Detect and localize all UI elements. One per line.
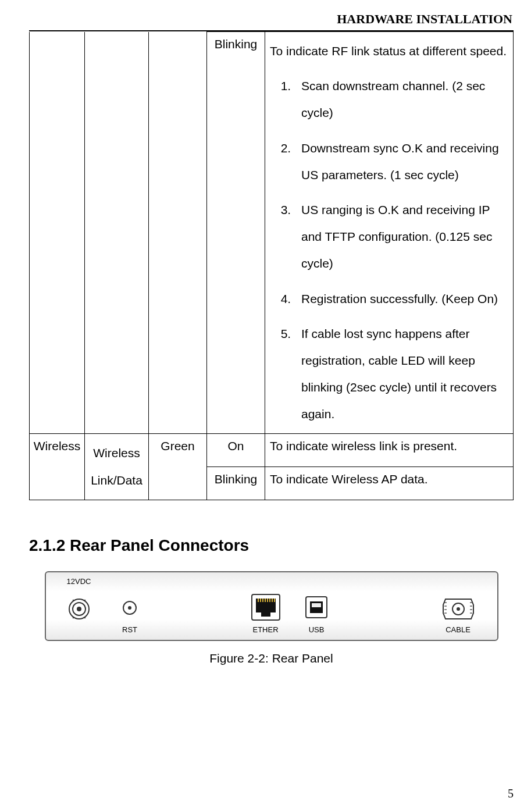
svg-rect-14 (262, 599, 263, 602)
svg-rect-18 (272, 599, 273, 602)
svg-rect-19 (274, 599, 275, 602)
cell-description-on: To indicate wireless link is present. (265, 434, 514, 467)
svg-rect-17 (269, 599, 270, 602)
cell-function-wireless: Wireless Link/Data (85, 434, 149, 500)
cable-port-label: CABLE (446, 625, 471, 634)
cell-description-blinking: To indicate RF link status at different … (265, 32, 514, 434)
svg-point-6 (84, 617, 85, 619)
cell-description-wblinking: To indicate Wireless AP data. (265, 467, 514, 500)
usb-port-icon (303, 593, 330, 622)
cell-function-empty (85, 32, 149, 434)
power-port-label: 12VDC (67, 577, 91, 586)
svg-point-5 (72, 617, 74, 619)
page-header-title: HARDWARE INSTALLATION (29, 12, 514, 27)
blinking-steps-list: Scan downstream channel. (2 sec cycle) D… (270, 73, 509, 428)
led-status-table: Blinking To indicate RF link status at d… (29, 31, 514, 500)
list-item: Scan downstream channel. (2 sec cycle) (294, 73, 509, 126)
cell-color-green: Green (149, 434, 207, 500)
list-item: Downstream sync O.K and receiving US par… (294, 135, 509, 188)
list-item: If cable lost sync happens after registr… (294, 320, 509, 428)
ethernet-port-label: ETHER (252, 625, 278, 634)
page-number: 5 (508, 787, 514, 800)
list-item: Registration successfully. (Keep On) (294, 286, 509, 312)
rear-panel-figure: 12VDC RST (45, 571, 498, 665)
svg-point-4 (84, 600, 85, 601)
svg-rect-13 (260, 599, 261, 602)
table-row: Blinking To indicate RF link status at d… (30, 32, 514, 434)
panel-spacer (341, 576, 426, 636)
svg-rect-22 (312, 603, 321, 607)
svg-point-3 (72, 600, 74, 601)
ethernet-port-icon (250, 593, 281, 623)
cell-status-wblinking: Blinking (207, 467, 265, 500)
svg-rect-15 (265, 599, 266, 602)
rst-button-block: RST (105, 576, 155, 636)
svg-rect-16 (267, 599, 268, 602)
power-jack-icon (66, 595, 92, 621)
table-row: Wireless Wireless Link/Data Green On To … (30, 434, 514, 467)
section-heading-rear-panel: 2.1.2 Rear Panel Connectors (29, 536, 514, 555)
cell-function-line2: Link/Data (91, 473, 142, 487)
list-item: US ranging is O.K and receiving IP and T… (294, 197, 509, 277)
rst-button-label: RST (122, 625, 137, 634)
panel-spacer (155, 576, 240, 636)
cell-color-empty (149, 32, 207, 434)
usb-port-label: USB (309, 625, 325, 634)
cell-led-wireless: Wireless (30, 434, 85, 500)
ethernet-port-block: ETHER (240, 576, 292, 636)
power-port-block: 12VDC (53, 576, 105, 636)
rear-panel-diagram: 12VDC RST (45, 571, 498, 641)
svg-rect-12 (258, 599, 259, 602)
figure-caption: Figure 2-2: Rear Panel (45, 651, 498, 665)
svg-point-8 (128, 606, 131, 610)
cable-connector-icon (441, 591, 476, 625)
blinking-intro-text: To indicate RF link status at different … (270, 38, 509, 65)
svg-rect-11 (261, 612, 270, 617)
usb-port-block: USB (292, 576, 341, 636)
cell-status-on: On (207, 434, 265, 467)
svg-point-25 (457, 607, 460, 611)
cell-status-blinking: Blinking (207, 32, 265, 434)
cell-led-name-empty (30, 32, 85, 434)
svg-point-2 (77, 607, 81, 611)
cable-port-block: CABLE (426, 576, 490, 636)
reset-button-icon (122, 600, 138, 616)
cell-function-line1: Wireless (93, 446, 140, 460)
